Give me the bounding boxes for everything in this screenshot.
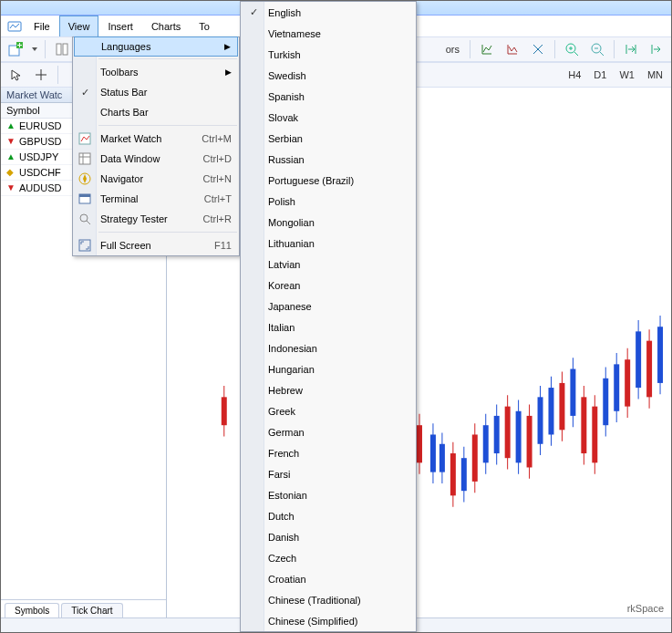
language-option[interactable]: Croatian (241, 568, 416, 589)
language-option[interactable]: Portuguese (Brazil) (241, 170, 416, 191)
symbol-label: GBPUSD (19, 136, 61, 147)
language-label: Greek (268, 406, 295, 417)
language-option[interactable]: Russian (241, 149, 416, 170)
menu-item-label: Languages (101, 41, 150, 52)
language-option[interactable]: Italian (241, 316, 416, 337)
check-icon (78, 85, 92, 99)
language-label: Spanish (268, 91, 305, 102)
crosshair-button[interactable] (30, 65, 52, 85)
menu-item-label: Toolbars (100, 67, 139, 78)
auto-scroll-button[interactable] (646, 39, 667, 59)
language-label: Japanese (268, 301, 312, 312)
new-chart-dropdown[interactable] (30, 39, 39, 59)
toolbar-separator (470, 40, 470, 58)
menu-item-label: Terminal (100, 193, 139, 204)
language-option[interactable]: Serbian (241, 128, 416, 149)
svg-rect-34 (527, 416, 532, 468)
menu-insert[interactable]: Insert (98, 16, 142, 36)
tab-symbols[interactable]: Symbols (5, 603, 59, 617)
language-option[interactable]: Estonian (241, 484, 416, 505)
language-option[interactable]: Lithuanian (241, 233, 416, 254)
language-option[interactable]: German (241, 421, 416, 442)
language-option[interactable]: Czech (241, 547, 416, 568)
language-option[interactable]: Japanese (241, 296, 416, 316)
menu-view[interactable]: View (59, 16, 99, 36)
zoom-out-button[interactable] (586, 39, 608, 59)
language-option[interactable]: Greek (241, 400, 416, 421)
menu-item-full-screen[interactable]: Full Screen F11 (73, 235, 239, 255)
language-option[interactable]: Turkish (241, 44, 416, 65)
new-chart-button[interactable] (5, 39, 26, 59)
language-option[interactable]: Mongolian (241, 212, 416, 233)
language-label: Czech (268, 553, 296, 564)
svg-rect-63 (79, 194, 90, 197)
language-label: Mongolian (268, 217, 315, 228)
menu-shortcut: F11 (214, 240, 232, 251)
menu-item-data-window[interactable]: Data Window Ctrl+D (73, 149, 239, 169)
timeframe-d1[interactable]: D1 (589, 69, 611, 80)
svg-rect-38 (548, 388, 553, 434)
menu-item-label: Data Window (100, 153, 160, 164)
language-option[interactable]: Latvian (241, 254, 416, 275)
menu-item-status-bar[interactable]: Status Bar (73, 82, 239, 102)
menu-item-charts-bar[interactable]: Charts Bar (73, 102, 239, 122)
symbol-label: USDCHF (19, 167, 61, 178)
language-option[interactable]: Swedish (241, 65, 416, 86)
menu-item-languages[interactable]: Languages ▶ (74, 36, 238, 57)
profiles-button[interactable] (51, 39, 73, 59)
language-label: Indonesian (268, 343, 317, 354)
indicator-button-1[interactable] (476, 39, 498, 59)
language-option[interactable]: Farsi (241, 463, 416, 484)
language-option[interactable]: Spanish (241, 86, 416, 107)
language-label: Vietnamese (268, 28, 321, 39)
cursor-button[interactable] (5, 65, 26, 85)
timeframe-h4[interactable]: H4 (563, 69, 585, 80)
language-label: Croatian (268, 574, 306, 585)
language-option[interactable]: English (241, 2, 416, 23)
menu-item-strategy-tester[interactable]: Strategy Tester Ctrl+R (73, 209, 239, 229)
shift-end-button[interactable] (620, 39, 642, 59)
language-option[interactable]: French (241, 442, 416, 463)
menu-separator (98, 125, 237, 126)
language-option[interactable]: Vietnamese (241, 23, 416, 44)
menu-separator (98, 232, 237, 233)
language-option[interactable]: Slovak (241, 107, 416, 128)
language-option[interactable]: Polish (241, 191, 416, 212)
svg-rect-24 (472, 434, 478, 481)
menu-shortcut: Ctrl+T (204, 193, 232, 204)
svg-rect-8 (222, 397, 227, 425)
menu-item-market-watch[interactable]: Market Watch Ctrl+M (73, 129, 239, 149)
toolbar-separator (614, 40, 615, 58)
language-option[interactable]: Hebrew (241, 379, 416, 400)
submenu-arrow-icon: ▶ (224, 42, 231, 51)
timeframe-mn[interactable]: MN (643, 69, 667, 80)
menu-item-toolbars[interactable]: Toolbars ▶ (73, 62, 239, 82)
menu-file[interactable]: File (25, 16, 59, 36)
language-option[interactable]: Dutch (241, 505, 416, 526)
language-option[interactable]: Chinese (Simplified) (241, 610, 416, 631)
svg-rect-28 (494, 416, 500, 453)
language-option[interactable]: Hungarian (241, 358, 416, 379)
svg-rect-58 (657, 327, 663, 383)
menu-tools[interactable]: To (190, 16, 219, 36)
svg-rect-60 (79, 153, 90, 164)
svg-rect-3 (57, 44, 61, 55)
language-option[interactable]: Indonesian (241, 337, 416, 358)
menu-charts[interactable]: Charts (142, 16, 190, 36)
timeframe-w1[interactable]: W1 (615, 69, 639, 80)
indicator-button-3[interactable] (527, 39, 549, 59)
navigator-icon (78, 171, 92, 186)
menu-item-terminal[interactable]: Terminal Ctrl+T (73, 189, 239, 209)
zoom-in-button[interactable] (561, 39, 583, 59)
tab-tick-chart[interactable]: Tick Chart (61, 603, 122, 617)
svg-rect-52 (625, 359, 630, 406)
language-option[interactable]: Chinese (Traditional) (241, 589, 416, 610)
svg-point-64 (80, 214, 88, 222)
language-option[interactable]: Korean (241, 275, 416, 296)
language-option[interactable]: Danish (241, 526, 416, 547)
menu-item-navigator[interactable]: Navigator Ctrl+N (73, 169, 239, 189)
indicator-button-2[interactable] (501, 39, 523, 59)
menu-item-label: Strategy Tester (100, 213, 168, 224)
market-watch-icon (78, 131, 92, 146)
symbol-label: EURUSD (19, 120, 61, 131)
